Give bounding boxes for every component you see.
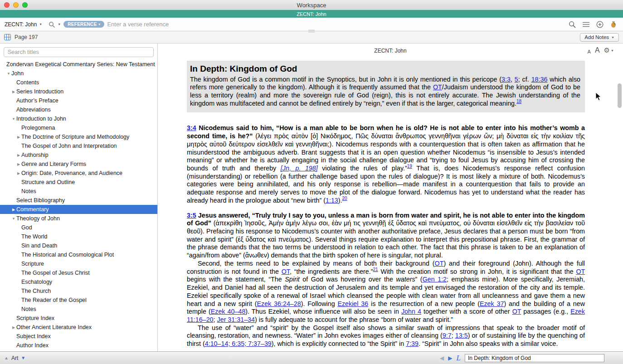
reference-link[interactable]: Ezek 40–48 (211, 308, 246, 315)
toc-item[interactable]: ▶Genre and Literary Forms (0, 160, 157, 169)
font-decrease-button[interactable]: A (588, 49, 591, 54)
toc-item[interactable]: Abbreviations (0, 105, 157, 114)
reference-link[interactable]: 7:39 (406, 340, 419, 347)
reference-link[interactable]: 4:10–14; 6:35; 7:37–39 (205, 340, 272, 347)
toc-item[interactable]: ▶Authorship (0, 150, 157, 160)
toc-item[interactable]: The Church (0, 286, 157, 296)
reference-link[interactable]: Ezek 37 (480, 300, 504, 307)
toc-item[interactable]: ▶Origin: Date, Provenance, and Audience (0, 169, 157, 178)
library-icon[interactable] (610, 21, 617, 28)
verse-search-input[interactable] (107, 21, 563, 28)
location-input[interactable] (465, 354, 604, 362)
reference-link[interactable]: 3:4 (187, 124, 196, 131)
toc-item[interactable]: The World (0, 232, 157, 241)
nav-forward-icon[interactable]: ▶ (448, 355, 452, 361)
toc-item[interactable]: The Reader of the Gospel (0, 296, 157, 305)
search-options-caret-icon[interactable]: ▼ (58, 23, 61, 26)
footnote-marker: 21 (373, 266, 378, 272)
disclosure-right-icon[interactable]: ▶ (16, 162, 21, 166)
reference-link[interactable]: OT (433, 83, 442, 91)
reference-link[interactable]: OT (576, 268, 585, 275)
footnote-link[interactable]: 18 (516, 99, 521, 104)
chevron-down-icon: ▼ (39, 23, 42, 26)
toc-item[interactable]: ▼John (0, 69, 157, 78)
book-selector-dropdown[interactable]: ZECNT: John ▼ (5, 21, 42, 28)
toc-item[interactable]: Scripture (0, 259, 157, 268)
toc-item[interactable]: Structure and Outline (0, 178, 157, 187)
footnote-link[interactable]: 20 (342, 196, 347, 201)
disclosure-right-icon[interactable]: ▶ (11, 325, 16, 330)
collapse-pane-icon[interactable]: ▼ (21, 355, 25, 360)
bottom-bar: ▲ Art ▼ ◀ ▶ L (0, 351, 623, 364)
toc-item[interactable]: Author Index (0, 341, 157, 350)
reference-link[interactable]: 18:36 (531, 76, 548, 83)
disclosure-down-icon[interactable]: ▼ (11, 117, 16, 121)
disclosure-down-icon[interactable]: ▼ (11, 217, 16, 221)
disclosure-right-icon[interactable]: ▶ (16, 153, 21, 157)
disclosure-down-icon[interactable]: ▼ (6, 72, 11, 76)
add-notes-button[interactable]: Add Notes ▼ (580, 33, 619, 42)
scrollbar-thumb[interactable] (618, 83, 622, 108)
reference-link[interactable]: [Jn, p. 198] (281, 165, 318, 172)
reference-link[interactable]: OT (435, 260, 444, 267)
toc-item[interactable]: The Gospel of John and Interpretation (0, 141, 157, 150)
text-run: together with a score of other (421, 308, 512, 315)
toc-item[interactable]: Notes (0, 305, 157, 314)
toc-item[interactable]: ▼Theology of John (0, 214, 157, 223)
toc-item[interactable]: ▼Introduction to John (0, 114, 157, 123)
search-scope-pill[interactable]: REFERENCE ▾ (63, 21, 104, 28)
toc-item-selected[interactable]: ▶Commentary (0, 205, 157, 214)
disclosure-right-icon[interactable]: ▶ (11, 90, 16, 94)
verse-search-field[interactable]: ▼ REFERENCE ▾ (49, 19, 563, 29)
reference-link[interactable]: 5 (515, 76, 518, 83)
reference-link[interactable]: 3:3 (501, 76, 511, 83)
reference-link[interactable]: OT (282, 268, 290, 275)
tab-zecnt-john[interactable]: ZECNT: John (297, 11, 326, 17)
sidebar-toggle-icon[interactable] (4, 34, 11, 40)
toc-item[interactable]: Subject Index (0, 332, 157, 341)
sidebar: Zondervan Exegetical Commentary Series: … (0, 44, 158, 351)
nav-back-icon[interactable]: ◀ (440, 355, 444, 361)
toc-item[interactable]: Zondervan Exegetical Commentary Series: … (0, 60, 157, 69)
reference-link[interactable]: 13:5 (455, 332, 468, 339)
toc-item[interactable]: Scripture Index (0, 314, 157, 323)
toc-item[interactable]: The Historical and Cosmological Plot (0, 250, 157, 259)
reference-link[interactable]: 9:7 (443, 332, 452, 339)
reference-link[interactable]: Ezekiel 36 (337, 300, 368, 307)
toc-item[interactable]: ▶Other Ancient Literature Index (0, 323, 157, 332)
toc-item[interactable]: Eschatology (0, 277, 157, 286)
disclosure-right-icon[interactable]: ▶ (16, 135, 21, 139)
search-all-icon[interactable] (569, 21, 576, 28)
reference-link[interactable]: Jer 31:31–34 (217, 316, 255, 323)
toc-item[interactable]: The Gospel of Jesus Christ (0, 268, 157, 277)
expand-pane-icon[interactable]: ▲ (4, 355, 9, 360)
toc-item[interactable]: ▶Series Introduction (0, 87, 157, 96)
reference-link[interactable]: Ezek 36:24–28 (257, 300, 301, 307)
list-icon[interactable] (583, 22, 589, 27)
sidebar-search-input[interactable] (4, 47, 154, 57)
pane-resize-grip[interactable] (308, 30, 315, 32)
toc-item-label: Commentary (16, 206, 49, 213)
toc-item[interactable]: Sin and Death (0, 241, 157, 250)
footnote-link[interactable]: 21 (373, 267, 378, 272)
toc-item[interactable]: Prolegomena (0, 123, 157, 132)
location-icon[interactable]: L (457, 354, 461, 363)
disclosure-right-icon[interactable]: ▶ (11, 208, 16, 212)
font-increase-button[interactable]: A (595, 46, 600, 54)
toc-item[interactable]: God (0, 223, 157, 232)
reference-link[interactable]: 3:5 (187, 212, 196, 219)
toc-item[interactable]: ▶The Doctrine of Scripture and Methodolo… (0, 132, 157, 141)
toc-item[interactable]: Select Bibliography (0, 196, 157, 205)
commentary-paragraphs: 3:4 Nicodemus said to him, “How is a man… (187, 124, 585, 348)
reference-link[interactable]: 1:13 (326, 197, 338, 204)
toc-item[interactable]: Author’s Preface (0, 96, 157, 105)
toc-item[interactable]: Contents (0, 78, 157, 87)
reference-link[interactable]: John 4 (401, 308, 421, 315)
toc-item[interactable]: Notes (0, 187, 157, 196)
add-circle-icon[interactable] (596, 21, 604, 28)
disclosure-right-icon[interactable]: ▶ (16, 171, 21, 175)
reference-link[interactable]: Gen 1:2 (423, 276, 447, 283)
footnote-link[interactable]: 19 (407, 164, 412, 169)
reference-link[interactable]: OT (512, 308, 521, 315)
gear-icon[interactable]: ⚙▼ (604, 46, 614, 54)
